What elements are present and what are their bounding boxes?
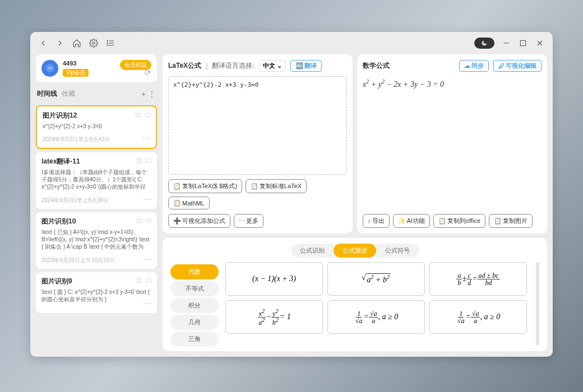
history-more-icon[interactable]: ⋯ [142, 133, 151, 143]
star-icon[interactable] [135, 111, 142, 118]
formula-card[interactable]: 1√a = √aa , a ≥ 0 [429, 300, 527, 334]
add-icon[interactable]: + [141, 90, 146, 99]
star-icon[interactable] [136, 157, 143, 164]
list-icon[interactable] [105, 38, 115, 48]
latex-title: LaTeX公式 [168, 61, 201, 71]
history-snippet: \text { 圆 } C: x^{2}+y^{2}-2 x+3 y-3=0 \… [41, 288, 151, 303]
avatar [41, 60, 58, 77]
history-item[interactable]: latex翻译-11 I多项选择题：（本题由8个子题组成，每个子题得5分，最高得… [36, 152, 157, 209]
svg-point-4 [107, 40, 108, 41]
history-time: 2024年9月2日早上8点42分 [43, 136, 150, 143]
history-more-icon[interactable]: ⋯ [143, 298, 152, 309]
copy-office-button[interactable]: 📋复制到office [433, 214, 485, 228]
export-button[interactable]: ↑导出 [363, 214, 390, 228]
tab-formula-recognize[interactable]: 公式识别 [291, 244, 334, 258]
star-icon[interactable] [136, 217, 143, 224]
vip-tag: Vip会员 [63, 69, 89, 77]
history-item[interactable]: 图片识别10 \text { 已知 } A=\{(x, y) \mid x-y+… [36, 212, 157, 269]
lang-label: 翻译语言选择: [212, 61, 254, 71]
history-title: latex翻译-11 [41, 157, 151, 166]
svg-marker-14 [135, 111, 141, 117]
tab-formula-preset[interactable]: 公式预设 [334, 244, 376, 258]
history-title: 图片识别10 [41, 217, 151, 226]
nav-back-icon[interactable] [38, 38, 48, 48]
mathml-button[interactable]: 📋MathML [168, 197, 210, 209]
history-time: 2023年4月25日上午10点10分 [41, 256, 151, 264]
svg-point-11 [46, 64, 54, 73]
cloud-icon[interactable] [145, 277, 152, 284]
category-item[interactable]: 几何 [170, 315, 219, 330]
ai-button[interactable]: ✨AI功能 [393, 214, 430, 228]
sidebar: 4493 Vip会员 会员权益 ⟳ 时间线 收藏 + ⋮ 图片识别12 x^{2… [36, 54, 157, 351]
home-icon[interactable] [72, 38, 82, 48]
svg-marker-15 [136, 157, 142, 163]
close-icon[interactable] [535, 38, 545, 48]
nav-forward-icon[interactable] [55, 38, 65, 48]
minimize-icon[interactable] [501, 38, 511, 48]
refresh-icon[interactable]: ⟳ [145, 68, 151, 77]
history-title: 图片识别9 [41, 277, 151, 286]
history-snippet: \text { 已知 } A=\{(x, y) \mid x-y+1=0\}, … [41, 228, 151, 251]
formula-card[interactable]: a2 + b2 [327, 262, 425, 296]
formula-card[interactable]: 1√a = √aa , a ≥ 0 [327, 300, 425, 334]
copy-latex-dollar-button[interactable]: 📋复制LaTeX($ $格式) [168, 179, 242, 193]
tab-favorites[interactable]: 收藏 [62, 89, 75, 99]
visual-add-button[interactable]: ➕可视化添加公式 [168, 214, 230, 228]
tab-timeline[interactable]: 时间线 [37, 89, 57, 99]
copy-latex-standard-button[interactable]: 📋复制标准LaTeX [246, 179, 307, 193]
latex-input[interactable] [168, 76, 347, 175]
svg-marker-16 [136, 217, 142, 223]
category-list: 代数不等式积分几何三角 [170, 262, 219, 346]
tab-formula-symbols[interactable]: 公式符号 [376, 244, 419, 258]
svg-rect-8 [520, 40, 525, 45]
copy-image-button[interactable]: 📋复制图片 [489, 214, 533, 228]
history-more-icon[interactable]: ⋯ [143, 254, 152, 264]
gear-icon[interactable] [89, 38, 99, 48]
maximize-icon[interactable] [518, 38, 528, 48]
formula-card[interactable]: ab ± cd = ad ± bcbd [429, 262, 527, 296]
user-id: 4493 [63, 60, 89, 67]
lang-select[interactable]: 中文 ⌄ [259, 60, 286, 72]
cloud-icon[interactable] [144, 111, 151, 118]
svg-point-13 [50, 67, 52, 68]
svg-point-12 [49, 67, 50, 68]
star-icon[interactable] [136, 277, 143, 284]
dark-mode-toggle[interactable] [474, 38, 494, 49]
formula-card[interactable]: (x − 1)(x + 3) [225, 262, 323, 296]
latex-panel: LaTeX公式 | 翻译语言选择: 中文 ⌄ 🔤翻译 📋复制LaTeX($ $格… [163, 54, 353, 234]
visual-edit-button[interactable]: 🖊可视化编辑 [493, 60, 542, 72]
history-time: 2024年9月2日早上8点39分 [41, 197, 151, 204]
cloud-icon[interactable] [145, 157, 152, 164]
svg-point-6 [107, 45, 108, 45]
category-item[interactable]: 三角 [170, 332, 219, 347]
history-more-icon[interactable]: ⋯ [143, 194, 152, 204]
formula-section: 公式识别 公式预设 公式符号 代数不等式积分几何三角 (x − 1)(x + 3… [163, 238, 547, 351]
cloud-icon[interactable] [145, 217, 152, 224]
titlebar [30, 32, 553, 54]
svg-point-0 [92, 42, 95, 44]
math-title: 数学公式 [363, 61, 390, 71]
app-window: 4493 Vip会员 会员权益 ⟳ 时间线 收藏 + ⋮ 图片识别12 x^{2… [30, 32, 553, 357]
svg-marker-17 [136, 277, 142, 283]
svg-point-5 [107, 43, 108, 43]
scrollbar[interactable] [536, 262, 539, 346]
user-card[interactable]: 4493 Vip会员 会员权益 ⟳ [36, 54, 157, 82]
sync-button[interactable]: ☁同步 [459, 60, 489, 72]
history-list: 图片识别12 x^{2}+y^{2}-2 x+3 y-3=0 2024年9月2日… [36, 105, 157, 351]
history-item[interactable]: 图片识别9 \text { 圆 } C: x^{2}+y^{2}-2 x+3 y… [36, 272, 157, 313]
math-panel: 数学公式 ☁同步 🖊可视化编辑 x2 + y2 − 2x + 3y − 3 = … [357, 54, 547, 234]
history-snippet: x^{2}+y^{2}-2 x+3 y-3=0 [43, 123, 150, 130]
history-snippet: I多项选择题：（本题由8个子题组成，每个子题得5分，最高得40分。）1个圆形\(… [41, 169, 151, 191]
math-render: x2 + y2 − 2x + 3y − 3 = 0 [363, 76, 542, 91]
more-button[interactable]: ⋯ 更多 [234, 214, 263, 228]
more-icon[interactable]: ⋮ [148, 90, 156, 99]
category-item[interactable]: 积分 [170, 298, 219, 313]
history-item[interactable]: 图片识别12 x^{2}+y^{2}-2 x+3 y-3=0 2024年9月2日… [36, 105, 157, 149]
formula-grid: (x − 1)(x + 3)a2 + b2ab ± cd = ad ± bcbd… [225, 262, 527, 346]
translate-button[interactable]: 🔤翻译 [290, 60, 322, 72]
category-item[interactable]: 代数 [170, 264, 219, 279]
category-item[interactable]: 不等式 [170, 281, 219, 296]
formula-card[interactable]: x2a2 − y2b2 = 1 [225, 300, 323, 334]
